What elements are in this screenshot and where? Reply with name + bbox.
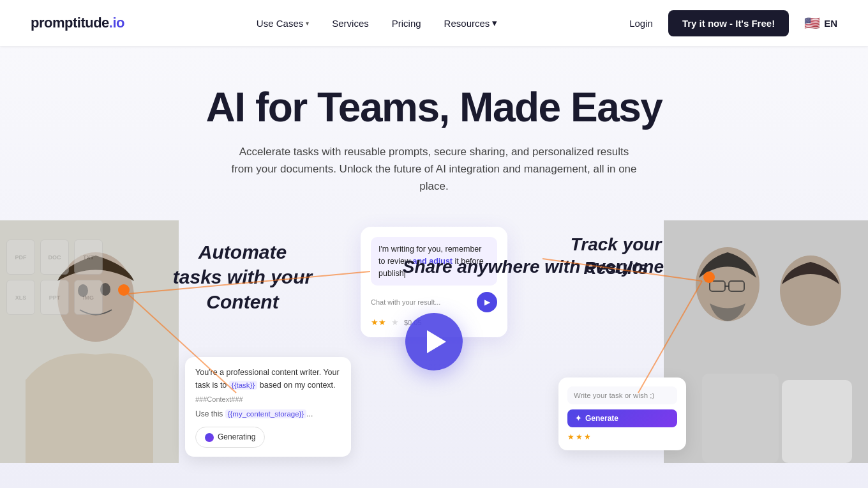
navbar: promptitude.io Use Cases ▾ Services Pric… [0, 0, 868, 46]
doc-icon-doc: DOC [40, 240, 69, 275]
hero-visual: PDF DOC TXT XLS PPT IMG Automate tasks w… [0, 220, 868, 463]
stars-empty: ★ [391, 317, 399, 327]
generate-card-stars: ★ ★ ★ [567, 432, 677, 441]
chat-send-button[interactable]: ▶ [477, 292, 497, 312]
svg-rect-6 [702, 374, 779, 463]
hero-title: AI for Teams, Made Easy [206, 84, 662, 132]
generating-button[interactable]: Generating [195, 427, 265, 448]
generating-label: Generating [218, 431, 255, 443]
document-icons-background: PDF DOC TXT XLS PPT IMG [6, 240, 103, 315]
prompt-text: You're a professional content writer. Yo… [195, 366, 341, 392]
chat-input-row: Chat with your result... ▶ [371, 292, 497, 312]
star2: ★ [576, 432, 583, 441]
nav-services[interactable]: Services [332, 18, 369, 29]
doc-icon-pdf: PDF [6, 240, 35, 275]
doc-icon-xls: XLS [6, 280, 35, 315]
content-storage-tag: {{my_content_storage}} [225, 409, 307, 418]
doc-icon-txt: TXT [74, 240, 103, 275]
try-free-button[interactable]: Try it now - It's Free! [668, 10, 789, 36]
doc-icon-ppt: PPT [40, 280, 69, 315]
task-tag: {{task}} [229, 381, 257, 390]
track-text: Track your Results [552, 233, 680, 280]
prompt-context: ###Context### [195, 394, 341, 406]
person-right-image [664, 220, 868, 463]
doc-icon-img: IMG [74, 280, 103, 315]
logo[interactable]: promptitude.io [31, 15, 124, 31]
svg-rect-11 [782, 380, 852, 463]
hero-section: AI for Teams, Made Easy Accelerate tasks… [0, 46, 868, 488]
sparkle-icon: ✦ [575, 414, 581, 423]
chat-input-label: Chat with your result... [371, 298, 440, 306]
play-button[interactable] [405, 313, 463, 370]
language-selector[interactable]: 🇺🇸 EN [804, 15, 837, 31]
login-link[interactable]: Login [629, 18, 653, 29]
chevron-down-icon: ▾ [306, 20, 309, 27]
logo-text: promptitude.io [31, 15, 124, 31]
flag-icon: 🇺🇸 [804, 15, 820, 31]
navbar-right: Login Try it now - It's Free! 🇺🇸 EN [629, 10, 837, 36]
play-icon [427, 330, 446, 353]
hero-subtitle: Accelerate tasks with reusable prompts, … [230, 143, 638, 195]
generate-button[interactable]: ✦ Generate [567, 409, 677, 427]
person-right-svg [664, 220, 868, 463]
generate-card: Write your task or wish ;) ✦ Generate ★ … [558, 377, 686, 450]
nav-links: Use Cases ▾ Services Pricing Resources ▾ [257, 17, 497, 29]
prompt-content: Use this {{my_content_storage}}... [195, 408, 341, 420]
star3: ★ [584, 432, 591, 441]
automate-text: Automate tasks with your Content [172, 240, 313, 314]
prompt-card: You're a professional content writer. Yo… [185, 357, 351, 457]
nav-use-cases[interactable]: Use Cases ▾ [257, 18, 309, 29]
stars-filled: ★★ [371, 317, 386, 327]
star1: ★ [567, 432, 574, 441]
nav-resources[interactable]: Resources ▾ [444, 17, 498, 29]
chevron-down-icon: ▾ [492, 17, 497, 29]
nav-pricing[interactable]: Pricing [392, 18, 421, 29]
lang-label: EN [824, 18, 837, 29]
generate-input-field[interactable]: Write your task or wish ;) [567, 386, 677, 404]
generating-icon [205, 433, 214, 442]
